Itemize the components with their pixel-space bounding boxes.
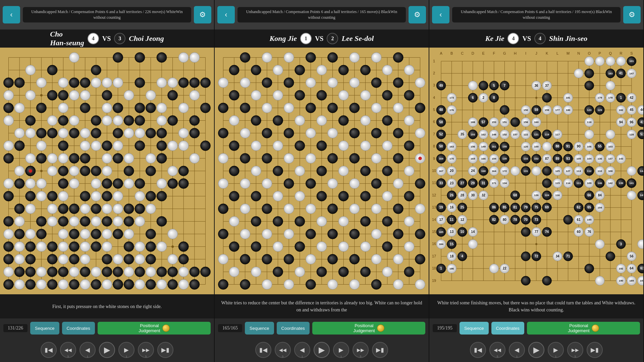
panel2-nav-bar: ▮◀ ◀◀5 ◀1 ▶ ▶1 ▶▶5 ▶▮ (215, 338, 429, 362)
panel1-match-info: Unhandicapped Match / Compensation Point… (23, 7, 191, 22)
panel3-pj-label: PositionalJudgement (568, 323, 589, 333)
panel2-controls: 165/165 Sequence Coordinates PositionalJ… (215, 318, 429, 338)
panel1-last-button[interactable]: ▶▮ (157, 342, 173, 358)
panel3-player-row: Ke Jie 4 VS 4 Shin Jin-seo (429, 29, 643, 48)
panel1-player-row: ChoHan-seung 4 VS 3 Choi Jeong (0, 29, 214, 48)
panel3-player2-badge: 4 (534, 33, 546, 44)
panel1-play-button[interactable]: ▶ (99, 342, 115, 358)
panel3-last-button[interactable]: ▶▮ (587, 342, 603, 358)
panel3-fwd1-button[interactable]: ▶1 (548, 342, 564, 358)
panel1-back5-button[interactable]: ◀◀5 (60, 342, 76, 358)
panel1-fwd5-button[interactable]: ▶▶5 (138, 342, 154, 358)
panel2-settings-button[interactable]: ⚙ (409, 6, 426, 23)
panel1-settings-button[interactable]: ⚙ (194, 6, 211, 23)
panel3-player1-name: Ke Jie (485, 34, 504, 43)
panel2-sequence-button[interactable]: Sequence (245, 322, 274, 335)
panel2-fwd5-button[interactable]: ▶▶5 (353, 342, 369, 358)
panel3-player2-name: Shin Jin-seo (549, 34, 587, 43)
panel1-header: ‹ Unhandicapped Match / Compensation Poi… (0, 0, 214, 29)
panel2-commentary: White tries to reduce the center but the… (215, 294, 429, 318)
panel1-pj-coin (162, 324, 170, 332)
panel3-first-button[interactable]: ▮◀ (470, 342, 486, 358)
panel1-first-button[interactable]: ▮◀ (41, 342, 57, 358)
panel2-move-counter: 165/165 (218, 324, 242, 332)
panel2-vs: VS (315, 35, 324, 43)
panel2-pj-coin (377, 324, 384, 332)
panel1-go-board (0, 48, 214, 294)
panel3-coordinates-button[interactable]: Coordinates (491, 322, 524, 335)
panel2-go-board (215, 48, 429, 294)
panel1-board (0, 48, 214, 294)
panel2-player2-badge: 2 (327, 33, 338, 44)
panel2-board (215, 48, 429, 294)
panel2-player2-name: Lee Se-dol (341, 34, 374, 43)
panel1-player1-name: ChoHan-seung (50, 30, 84, 47)
panel1-player2-name: Choi Jeong (129, 34, 164, 43)
panel1-player2-badge: 3 (114, 33, 125, 44)
panel1-controls: 131/226 Sequence Coordinates PositionalJ… (0, 318, 214, 338)
panel2-coordinates-button[interactable]: Coordinates (277, 322, 310, 335)
panel3-vs: VS (522, 35, 531, 43)
panel3-nav-bar: ▮◀ ◀◀5 ◀1 ▶ ▶1 ▶▶5 ▶▮ (429, 338, 643, 362)
panel1-move-counter: 131/226 (3, 324, 28, 332)
panel3-back5-button[interactable]: ◀◀5 (489, 342, 505, 358)
panel1-positional-judgement-button[interactable]: PositionalJudgement (98, 322, 211, 335)
panel3-controls: 195/195 Sequence Coordinates PositionalJ… (429, 318, 643, 338)
panel2-header: ‹ Unhandicapped Match / Compensation Poi… (215, 0, 429, 29)
panel3-back1-button[interactable]: ◀1 (509, 342, 525, 358)
panel2-player1-name: Kong Jie (270, 34, 297, 43)
panel3-board (429, 48, 643, 294)
panel1-back-button[interactable]: ‹ (3, 6, 20, 23)
panel2-back1-button[interactable]: ◀1 (294, 342, 310, 358)
panel1-back1-button[interactable]: ◀1 (79, 342, 96, 358)
panel3-go-board (429, 48, 643, 294)
panel2-last-button[interactable]: ▶▮ (372, 342, 388, 358)
panel2-back5-button[interactable]: ◀◀5 (275, 342, 291, 358)
panel2-first-button[interactable]: ▮◀ (255, 342, 271, 358)
panel-1: ‹ Unhandicapped Match / Compensation Poi… (0, 0, 215, 362)
panel3-commentary: White tried some finishing moves, but th… (429, 294, 643, 318)
panel3-fwd5-button[interactable]: ▶▶5 (567, 342, 583, 358)
panel1-pj-label: PositionalJudgement (139, 323, 160, 333)
panel3-move-counter: 195/195 (433, 324, 457, 332)
panel3-back-button[interactable]: ‹ (432, 6, 449, 23)
panel3-sequence-button[interactable]: Sequence (460, 322, 489, 335)
panel1-coordinates-button[interactable]: Coordinates (62, 322, 95, 335)
panel3-header: ‹ Unhandicapped Match / Compensation Poi… (429, 0, 643, 29)
panel1-sequence-button[interactable]: Sequence (30, 322, 59, 335)
panel3-positional-judgement-button[interactable]: PositionalJudgement (527, 322, 640, 335)
panel2-play-button[interactable]: ▶ (314, 342, 330, 358)
panel-3: ‹ Unhandicapped Match / Compensation Poi… (429, 0, 644, 362)
panel3-settings-button[interactable]: ⚙ (623, 6, 641, 23)
panel-2: ‹ Unhandicapped Match / Compensation Poi… (215, 0, 429, 362)
panel2-fwd1-button[interactable]: ▶1 (333, 342, 349, 358)
panel2-player1-badge: 1 (300, 33, 312, 44)
panel3-play-button[interactable]: ▶ (528, 342, 544, 358)
panel2-player-row: Kong Jie 1 VS 2 Lee Se-dol (215, 29, 429, 48)
panel1-nav-bar: ▮◀ ◀◀5 ◀1 ▶ ▶1 ▶▶5 ▶▮ (0, 338, 214, 362)
panel1-player1-badge: 4 (88, 33, 99, 44)
panel2-positional-judgement-button[interactable]: PositionalJudgement (312, 322, 425, 335)
panel2-match-info: Unhandicapped Match / Compensation Point… (237, 7, 406, 22)
panel3-pj-coin (592, 324, 599, 332)
panel3-player1-badge: 4 (507, 33, 519, 44)
panel3-match-info: Unhandicapped Match / Compensation Point… (452, 7, 621, 22)
panel2-back-button[interactable]: ‹ (217, 6, 235, 23)
panel2-pj-label: PositionalJudgement (353, 323, 375, 333)
panel1-fwd1-button[interactable]: ▶1 (118, 342, 135, 358)
panel1-commentary: First, it puts pressure on the white sto… (0, 294, 214, 318)
panel1-vs: VS (102, 35, 111, 43)
